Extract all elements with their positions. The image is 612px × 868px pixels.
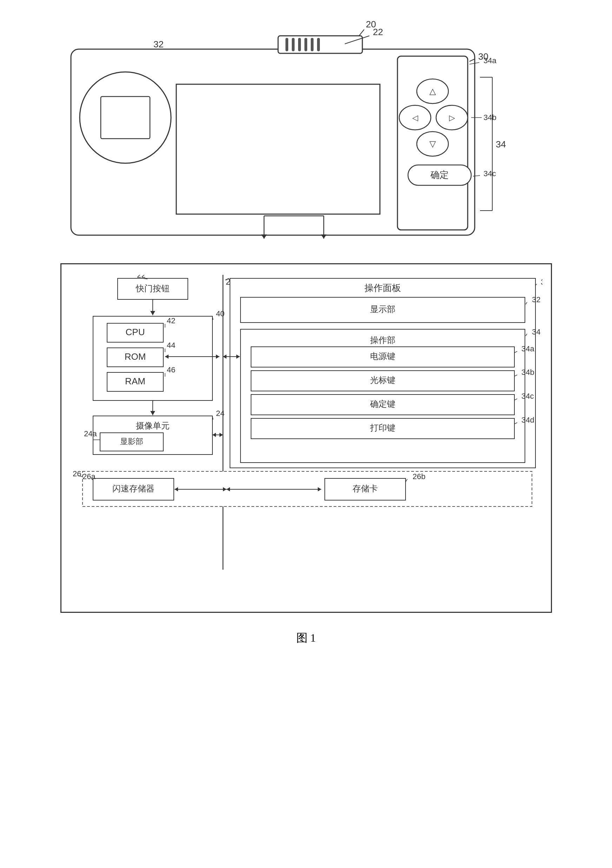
bd-ref-34-block: 34: [532, 327, 541, 336]
lcd-screen: [176, 84, 380, 214]
bd-display-part-label: 显示部: [370, 305, 395, 314]
ref-22-camera: 22: [373, 27, 383, 37]
bd-power-key-label: 电源键: [370, 352, 395, 361]
block-diagram-svg: 快门按钮 22 40 CPU 42 ROM 44: [72, 275, 542, 598]
shutter-top-bar: [278, 36, 362, 53]
svg-marker-37: [150, 411, 155, 415]
bd-ref-44: 44: [167, 341, 175, 350]
ref-34-camera: 34: [496, 139, 506, 150]
bd-ok-key-label: 确定键: [370, 400, 395, 409]
bd-flash-label: 闪速存储器: [112, 484, 154, 493]
bd-ref-26: 26: [73, 469, 81, 478]
bd-print-key-label: 打印键: [370, 423, 395, 432]
bd-ref-26b: 26b: [413, 472, 426, 481]
camera-diagram-section: 20 32 22: [61, 14, 552, 253]
svg-marker-25: [321, 234, 326, 239]
ref-34b-camera: 34b: [483, 113, 497, 122]
svg-marker-28: [150, 311, 155, 315]
bd-ref-34a-block: 34a: [522, 344, 534, 353]
bd-ref-34c-block: 34c: [522, 392, 534, 400]
bd-ref-42: 42: [167, 316, 175, 325]
bd-ram-label: RAM: [125, 376, 145, 386]
bd-storage-label: 存储卡: [353, 484, 378, 493]
ref-32-label: 32: [154, 39, 164, 50]
svg-marker-42: [219, 433, 223, 437]
svg-marker-41: [213, 433, 216, 437]
dpad-up-arrow: △: [429, 87, 436, 96]
bd-ref-34d-block: 34d: [522, 415, 534, 424]
bd-ref-24a: 24a: [84, 429, 97, 438]
camera-svg: 20 32 22: [61, 14, 552, 253]
bd-ref-26a: 26a: [82, 472, 95, 481]
bd-imaging-label: 摄像单元: [136, 421, 169, 430]
bd-shutter-label: 快门按钮: [135, 284, 169, 293]
figure-caption: 图 1: [296, 630, 316, 646]
bd-ref-30: 30: [541, 277, 542, 287]
bd-ops-panel-title: 操作面板: [365, 283, 401, 293]
bd-ref-34b-block: 34b: [522, 368, 534, 377]
bd-cpu-label: CPU: [125, 327, 144, 337]
ok-label-camera: 确定: [430, 170, 449, 180]
bd-ops-sub-title: 操作部: [370, 336, 395, 345]
dpad-down-arrow: ▽: [429, 140, 436, 149]
dpad-left-arrow: ◁: [412, 113, 418, 122]
svg-marker-34: [216, 355, 219, 359]
svg-marker-62: [223, 355, 227, 359]
bd-ref-32-block: 32: [532, 295, 541, 304]
bd-cursor-key-label: 光标键: [370, 375, 395, 385]
dpad-right-arrow: ▷: [449, 113, 455, 122]
bd-rom-label: ROM: [124, 351, 146, 362]
bd-display-sub-label: 显影部: [120, 437, 143, 446]
lens-inner: [101, 96, 150, 139]
block-diagram-section: 快门按钮 22 40 CPU 42 ROM 44: [61, 263, 552, 613]
ref-34c-camera: 34c: [483, 169, 496, 178]
bd-ref-46: 46: [167, 365, 175, 374]
page-container: 20 32 22: [25, 14, 587, 646]
svg-marker-24: [261, 234, 267, 239]
ref-34a-camera: 34a: [483, 56, 497, 65]
